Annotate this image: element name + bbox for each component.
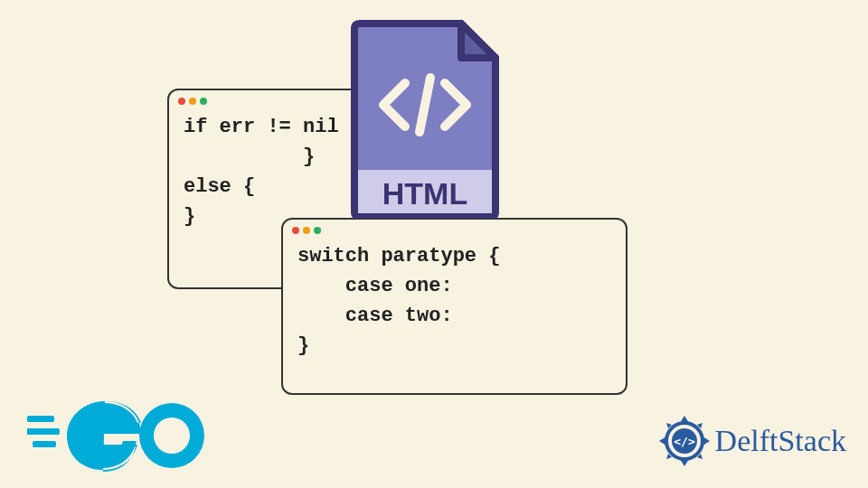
dot-yellow-icon [303,227,310,234]
svg-point-6 [154,418,190,454]
dot-yellow-icon [189,98,196,105]
file-icon-svg: HTML [344,18,505,219]
delftstack-text: DelftStack [715,424,846,458]
dot-green-icon [200,98,207,105]
delftstack-gear-icon: </> [657,414,712,468]
code-window-switch: switch paratype { case one: case two: } [281,218,627,395]
go-logo-icon [27,390,208,475]
svg-text:</>: </> [674,435,695,448]
svg-rect-4 [33,441,56,447]
html-label: HTML [382,176,467,211]
window-dots [283,220,626,238]
svg-rect-2 [27,416,54,422]
delftstack-logo: </> DelftStack [657,414,846,468]
dot-red-icon [178,98,185,105]
dot-red-icon [292,227,299,234]
html-file-icon: HTML [344,18,505,219]
dot-green-icon [314,227,321,234]
svg-rect-3 [27,428,60,435]
code-content-switch: switch paratype { case one: case two: } [283,238,626,371]
